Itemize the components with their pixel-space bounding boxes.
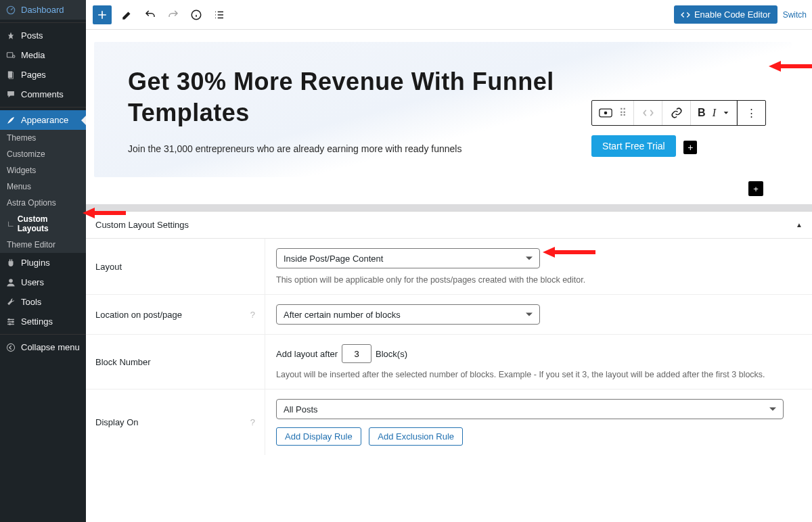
display-on-select-value: All Posts	[284, 404, 318, 414]
sidebar-item-label: Posts	[21, 30, 43, 41]
outline-icon[interactable]	[212, 7, 227, 22]
svg-rect-1	[7, 52, 12, 57]
redo-icon[interactable]	[166, 7, 181, 22]
sidebar-item-collapse[interactable]: Collapse menu	[0, 337, 86, 357]
svg-point-5	[9, 279, 13, 283]
sidebar-item-posts[interactable]: Posts	[0, 26, 86, 45]
sidebar-item-settings[interactable]: Settings	[0, 312, 86, 331]
add-exclusion-rule-button[interactable]: Add Exclusion Rule	[369, 427, 463, 446]
location-select-value: After certain number of blocks	[284, 310, 401, 320]
svg-point-9	[7, 343, 14, 351]
sidebar-item-label: Comments	[21, 89, 64, 99]
svg-point-8	[9, 323, 11, 325]
switch-link[interactable]: Switch	[783, 10, 808, 20]
sidebar-sub-theme-editor[interactable]: Theme Editor	[0, 237, 86, 253]
custom-layout-settings-panel: Custom Layout Settings ▲ Layout Inside P…	[86, 211, 812, 455]
block-number-input[interactable]	[342, 344, 371, 363]
block-options-button[interactable]: ⋮	[737, 101, 765, 125]
layout-help-text: This option will be applicable only for …	[276, 275, 801, 285]
help-icon[interactable]: ?	[250, 417, 255, 427]
layout-select[interactable]: Inside Post/Page Content	[276, 248, 540, 268]
sidebar-sub-customize[interactable]: Customize	[0, 146, 86, 162]
sidebar-sub-astra[interactable]: Astra Options	[0, 195, 86, 211]
sidebar-sub-custom-layouts[interactable]: Custom Layouts	[0, 211, 86, 237]
code-icon	[681, 10, 690, 20]
svg-point-7	[12, 321, 14, 323]
bold-button[interactable]: B	[698, 107, 706, 119]
block-type-cell[interactable]: ⠿	[592, 101, 634, 125]
display-on-select[interactable]: All Posts	[276, 399, 784, 419]
brush-icon	[6, 116, 16, 125]
sidebar-item-label: Tools	[21, 297, 41, 307]
editor-toolbar: Enable Code Editor Switch	[86, 0, 812, 30]
sidebar-item-label: Settings	[21, 316, 53, 327]
cta-button[interactable]: Start Free Trial	[591, 135, 676, 157]
panel-header[interactable]: Custom Layout Settings ▲	[86, 212, 812, 239]
block-number-prefix: Add layout after	[276, 349, 338, 359]
display-on-label: Display On	[95, 417, 139, 427]
hero-block[interactable]: Get 30% More Revenue With Funnel Templat…	[94, 42, 792, 177]
sidebar-item-label: Collapse menu	[21, 342, 80, 352]
sidebar-item-label: Media	[21, 50, 45, 60]
block-number-help-text: Layout will be inserted after the select…	[276, 370, 801, 379]
sidebar-item-appearance[interactable]: Appearance	[0, 110, 86, 130]
plugin-icon	[6, 258, 16, 268]
edit-mode-icon[interactable]	[120, 7, 135, 22]
help-icon[interactable]: ?	[250, 310, 255, 320]
info-icon[interactable]	[189, 7, 204, 22]
enable-code-editor-button[interactable]: Enable Code Editor	[674, 5, 777, 24]
sidebar-item-users[interactable]: Users	[0, 272, 86, 292]
sidebar-item-label: Appearance	[21, 115, 68, 125]
format-cell: B I	[691, 101, 737, 125]
undo-icon[interactable]	[143, 7, 158, 22]
sliders-icon	[6, 317, 16, 327]
location-label: Location on post/page	[95, 310, 182, 320]
sidebar-item-label: Users	[21, 277, 44, 287]
block-number-label: Block Number	[95, 357, 151, 367]
block-toolbar-floating: ⠿ B I ⋮	[591, 100, 766, 126]
sidebar-item-comments[interactable]: Comments	[0, 85, 86, 104]
block-number-suffix: Block(s)	[376, 349, 407, 359]
sidebar-item-label: Plugins	[21, 258, 50, 268]
insert-block-button[interactable]: +	[748, 181, 763, 196]
italic-button[interactable]: I	[713, 107, 716, 119]
sidebar-item-label: Dashboard	[21, 5, 64, 15]
admin-sidebar: Dashboard Posts Media Pages Comments App…	[0, 0, 86, 522]
pin-icon	[6, 31, 16, 41]
main-content: Enable Code Editor Switch Get 30% More R…	[86, 0, 812, 522]
layout-select-value: Inside Post/Page Content	[284, 254, 383, 264]
sidebar-item-pages[interactable]: Pages	[0, 65, 86, 85]
more-format-dropdown[interactable]	[723, 110, 729, 116]
kebab-icon: ⋮	[746, 107, 757, 119]
inline-add-button[interactable]: +	[683, 141, 697, 154]
sidebar-sub-widgets[interactable]: Widgets	[0, 162, 86, 179]
move-cell[interactable]	[634, 101, 662, 125]
sidebar-item-tools[interactable]: Tools	[0, 292, 86, 312]
sidebar-item-dashboard[interactable]: Dashboard	[0, 0, 86, 20]
sidebar-item-media[interactable]: Media	[0, 45, 86, 65]
link-icon	[671, 107, 683, 119]
dashboard-icon	[6, 5, 16, 15]
sidebar-item-label: Pages	[21, 70, 46, 80]
media-icon	[6, 51, 16, 60]
sidebar-sub-menus[interactable]: Menus	[0, 179, 86, 195]
collapse-icon	[6, 343, 16, 352]
user-icon	[6, 278, 16, 287]
add-display-rule-button[interactable]: Add Display Rule	[276, 427, 361, 446]
wrench-icon	[6, 298, 16, 307]
comment-icon	[6, 90, 16, 99]
collapse-toggle-icon[interactable]: ▲	[796, 221, 803, 229]
svg-point-6	[8, 318, 10, 321]
layout-label: Layout	[95, 262, 122, 272]
location-select[interactable]: After certain number of blocks	[276, 304, 540, 325]
sidebar-item-plugins[interactable]: Plugins	[0, 253, 86, 272]
add-block-button[interactable]	[93, 5, 112, 24]
hero-title: Get 30% More Revenue With Funnel Templat…	[128, 66, 561, 128]
page-icon	[6, 70, 16, 80]
link-button[interactable]	[662, 101, 691, 125]
sidebar-submenu-appearance: Themes Customize Widgets Menus Astra Opt…	[0, 130, 86, 253]
drag-handle-icon[interactable]: ⠿	[619, 107, 627, 119]
panel-title: Custom Layout Settings	[95, 220, 189, 230]
code-editor-label: Enable Code Editor	[694, 9, 771, 20]
sidebar-sub-themes[interactable]: Themes	[0, 130, 86, 146]
